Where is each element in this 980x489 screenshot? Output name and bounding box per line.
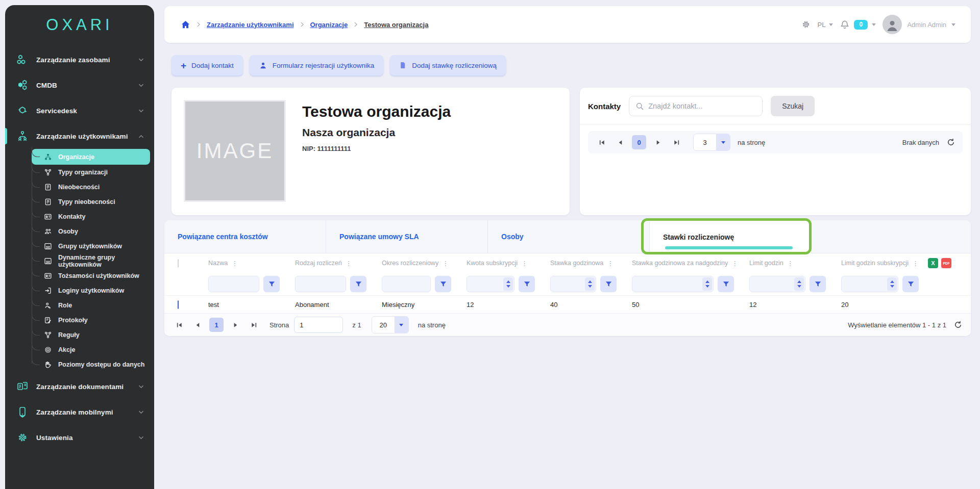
filter-button[interactable]: [902, 276, 919, 292]
filter-button[interactable]: [435, 276, 451, 292]
filter-button[interactable]: [519, 276, 535, 292]
sidebar-item-reguly[interactable]: Reguły: [32, 327, 147, 342]
document-icon: [399, 61, 407, 69]
roles-icon: [44, 301, 52, 310]
filter-input-stawka-nadgodziny[interactable]: [632, 276, 714, 292]
filter-button[interactable]: [718, 276, 734, 292]
filter-input-kwota-subskrypcji[interactable]: [467, 276, 514, 292]
number-stepper[interactable]: [702, 277, 712, 291]
filter-button[interactable]: [810, 276, 826, 292]
sidebar-item-nieobecnosci[interactable]: Nieobecności: [32, 179, 147, 194]
column-menu-icon[interactable]: ⋮: [607, 260, 614, 267]
plus-icon: +: [181, 61, 186, 70]
export-pdf-icon[interactable]: PDF: [941, 258, 951, 268]
sidebar-item-akcje[interactable]: Akcje: [32, 342, 147, 357]
user-menu[interactable]: Admin Admin: [883, 15, 955, 34]
sidebar-item-ustawienia[interactable]: Ustawienia: [5, 427, 154, 448]
refresh-icon[interactable]: [946, 138, 955, 147]
previous-page-icon[interactable]: [191, 318, 204, 331]
sidebar-item-tozsamosci[interactable]: Tożsamości użytkowników: [32, 268, 147, 283]
sidebar-item-zarzadzanie-mobilnymi[interactable]: Zarządzanie mobilnymi: [5, 401, 154, 423]
sidebar-item-zarzadzanie-uzytkownikami[interactable]: Zarządzanie użytkownikami: [5, 125, 154, 147]
last-page-icon[interactable]: [247, 318, 260, 331]
sidebar-item-servicedesk[interactable]: Servicedesk: [5, 100, 154, 121]
filter-button[interactable]: [600, 276, 617, 292]
column-menu-icon[interactable]: ⋮: [231, 260, 238, 267]
select-all-checkbox[interactable]: [178, 259, 179, 268]
next-page-icon[interactable]: [651, 136, 665, 149]
column-menu-icon[interactable]: ⋮: [442, 260, 449, 267]
breadcrumb-link-organizations[interactable]: Organizacje: [310, 21, 348, 29]
number-stepper[interactable]: [585, 277, 595, 291]
avatar: [883, 15, 902, 34]
page-number-input[interactable]: [294, 317, 343, 333]
number-stepper[interactable]: [794, 277, 804, 291]
next-page-icon[interactable]: [229, 318, 242, 331]
tab-stawki-rozliczeniowe[interactable]: Stawki rozliczeniowę: [650, 220, 812, 253]
row-checkbox[interactable]: [178, 300, 179, 309]
tab-osoby[interactable]: Osoby: [488, 220, 650, 253]
column-menu-icon[interactable]: ⋮: [346, 260, 352, 267]
documents-icon: [16, 380, 29, 393]
current-page-button[interactable]: 0: [632, 135, 646, 149]
export-excel-icon[interactable]: X: [928, 258, 938, 268]
column-menu-icon[interactable]: ⋮: [912, 260, 919, 267]
contacts-page-size-select[interactable]: 3: [693, 134, 730, 151]
breadcrumb-link-users[interactable]: Zarządzanie użytkownikami: [207, 21, 294, 29]
sidebar-item-loginy[interactable]: Loginy użytkowników: [32, 283, 147, 298]
table-row[interactable]: test Abonament Miesięczny 12 40 50 12 20: [164, 295, 971, 314]
sidebar-item-role[interactable]: Role: [32, 298, 147, 313]
contact-search-input[interactable]: [648, 102, 756, 110]
filter-input-limit-godzin[interactable]: [749, 276, 805, 292]
current-page-button[interactable]: 1: [209, 318, 224, 332]
table-pagination: 1 Strona z 1 20 na stronę Wyświetlanie e…: [164, 314, 971, 336]
absence-types-icon: [44, 198, 52, 206]
filter-input-okres-rozliczeniowy[interactable]: [382, 276, 431, 292]
filter-input-nazwa[interactable]: [208, 276, 259, 292]
filter-button[interactable]: [350, 276, 366, 292]
sidebar-item-protokoly[interactable]: Protokoły: [32, 313, 147, 327]
sidebar-item-cmdb[interactable]: CMDB: [5, 74, 154, 96]
sidebar-item-organizacje[interactable]: Organizacje: [32, 149, 150, 165]
sidebar-item-zarzadzanie-zasobami[interactable]: Zarządzanie zasobami: [5, 49, 154, 70]
search-button[interactable]: Szukaj: [771, 96, 815, 116]
user-name: Admin Admin: [907, 21, 946, 29]
tab-powiazane-umowy-sla[interactable]: Powiązane umowy SLA: [326, 220, 488, 253]
filter-input-stawka-godzinowa[interactable]: [550, 276, 596, 292]
number-stepper[interactable]: [503, 277, 513, 291]
last-page-icon[interactable]: [670, 136, 683, 149]
oxari-logo: OXARI: [5, 5, 154, 45]
sidebar-item-typy-organizacji[interactable]: Typy organizacji: [32, 165, 147, 179]
table-page-size-select[interactable]: 20: [372, 316, 409, 333]
organizations-icon: [44, 153, 52, 161]
add-billing-rate-button[interactable]: Dodaj stawkę rozliczeniową: [390, 55, 506, 75]
filter-button[interactable]: [263, 276, 280, 292]
chevron-down-icon: [138, 436, 144, 440]
sidebar-item-grupy-uzytkownikow[interactable]: Grupy użytkowników: [32, 239, 147, 253]
sidebar-item-typy-nieobecnosci[interactable]: Typy nieobecności: [32, 194, 147, 209]
filter-input-rodzaj-rozliczen[interactable]: [295, 276, 346, 292]
home-icon[interactable]: [181, 20, 190, 30]
column-menu-icon[interactable]: ⋮: [521, 260, 528, 267]
sidebar-item-zarzadzanie-dokumentami[interactable]: Zarządzanie dokumentami: [5, 376, 154, 397]
sidebar-item-dynamiczne-grupy[interactable]: Dynamiczne grupy użytkowników: [32, 253, 147, 268]
column-menu-icon[interactable]: ⋮: [731, 260, 738, 267]
sidebar-item-poziomy-dostepu[interactable]: Poziomy dostępu do danych: [32, 357, 147, 372]
gear-icon[interactable]: [801, 19, 811, 30]
language-selector[interactable]: PL: [818, 21, 834, 29]
register-user-form-button[interactable]: Formularz rejestracji użytkownika: [250, 55, 384, 75]
tab-powiazane-centra-kosztow[interactable]: Powiązane centra kosztów: [164, 220, 326, 253]
first-page-icon[interactable]: [595, 136, 608, 149]
previous-page-icon[interactable]: [614, 136, 627, 149]
first-page-icon[interactable]: [173, 318, 186, 331]
sidebar-item-osoby[interactable]: Osoby: [32, 224, 147, 239]
notifications-control[interactable]: 0: [840, 19, 876, 30]
column-menu-icon[interactable]: ⋮: [787, 260, 794, 267]
sidebar-item-kontakty[interactable]: Kontakty: [32, 209, 147, 224]
add-contact-button[interactable]: + Dodaj kontakt: [172, 55, 243, 75]
cell-rodzaj-rozliczen: Abonament: [287, 301, 374, 308]
refresh-icon[interactable]: [953, 320, 963, 329]
number-stepper[interactable]: [887, 277, 897, 291]
rules-icon: [44, 331, 52, 339]
filter-input-limit-subskrypcji[interactable]: [841, 276, 898, 292]
